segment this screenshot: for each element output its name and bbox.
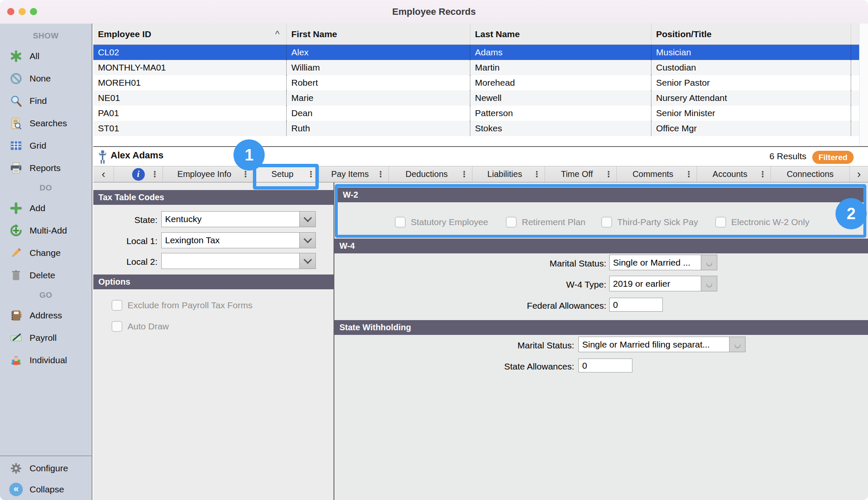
tab-menu-icon[interactable]: ⋮ [151,166,159,182]
chevron-left-icon: ‹ [102,168,106,181]
w4-type-label: W-4 Type: [467,280,606,290]
state-combobox[interactable]: Kentucky [161,211,316,227]
chevron-down-icon [304,255,312,264]
circular-plus-icon [8,223,24,238]
record-header-bar: Alex Adams 6 Results Filtered [93,146,868,166]
tab-time-off[interactable]: Time Off ⋮ [545,166,616,182]
combo-dropdown-button[interactable] [299,233,315,248]
section-header-state-withholding: State Withholding [334,320,868,335]
exclude-payroll-tax-forms-checkbox-row: Exclude from Payroll Tax Forms [111,300,252,311]
checkbox[interactable] [111,321,122,332]
tab-menu-icon[interactable]: ⋮ [605,166,613,182]
tab-employee-info[interactable]: Employee Info ⋮ [163,166,253,182]
checkbox[interactable] [111,300,122,311]
sidebar-item-searches[interactable]: Searches [0,112,92,134]
state-label: State: [93,215,157,225]
tab-menu-icon[interactable]: ⋮ [533,166,541,182]
sidebar-item-address[interactable]: Address [0,304,92,326]
state-marital-status-label: Marital Status: [435,340,574,351]
local1-label: Local 1: [93,236,157,246]
tabs-scroll-left-button[interactable]: ‹ [93,166,114,182]
column-header-employee-id[interactable]: Employee ID ^ [93,24,286,44]
tab-menu-icon[interactable]: ⋮ [377,166,385,182]
state-allowances-input[interactable]: 0 [578,359,632,372]
tab-accounts[interactable]: Accounts ⋮ [697,166,770,182]
table-header-row: Employee ID ^ First Name Last Name Posit… [93,24,868,45]
tab-deductions[interactable]: Deductions ⋮ [388,166,472,182]
table-row[interactable]: MONTHLY-MA01 William Martin Custodian [93,60,868,75]
sidebar-item-multi-add[interactable]: Multi-Add [0,219,92,242]
auto-draw-checkbox-row: Auto Draw [111,321,169,332]
table-row[interactable]: MOREH01 Robert Morehead Senior Pastor [93,75,868,90]
sort-ascending-icon[interactable]: ^ [275,24,279,44]
sidebar: SHOW All None Find [0,24,92,500]
table-row[interactable]: ST01 Ruth Stokes Office Mgr [93,121,868,136]
sidebar-item-add[interactable]: Add [0,197,92,219]
sidebar-item-change[interactable]: Change [0,242,92,264]
sidebar-item-collapse[interactable]: « Collapse [0,479,92,500]
sidebar-item-label: Individual [30,355,67,365]
address-book-icon [8,308,24,323]
w4-type-combobox[interactable]: 2019 or earlier [609,276,717,291]
combo-dropdown-button[interactable] [299,253,315,269]
sidebar-item-payroll[interactable]: Payroll [0,326,92,349]
local2-combobox[interactable] [161,253,316,269]
combo-dropdown-button[interactable] [729,337,745,352]
tab-comments[interactable]: Comments ⋮ [616,166,697,182]
info-icon: i [132,168,145,181]
table-row[interactable]: PA01 Dean Patterson Senior Minister [93,106,868,121]
state-marital-status-combobox[interactable]: Single or Married filing separat... [578,337,746,352]
sidebar-item-label: Payroll [30,333,57,343]
sidebar-item-label: Delete [30,270,55,280]
sidebar-item-delete[interactable]: Delete [0,264,92,286]
local2-label: Local 2: [93,257,157,267]
sidebar-item-configure[interactable]: Configure [0,458,92,479]
saved-searches-icon [8,116,24,131]
chevron-down-icon [705,280,713,289]
tab-info[interactable]: i ⋮ [114,166,163,182]
tab-pay-items[interactable]: Pay Items ⋮ [319,166,388,182]
column-header-last-name[interactable]: Last Name [470,24,651,44]
record-name: Alex Adams [111,150,163,161]
callout-circle-1: 1 [233,139,265,171]
chevron-right-icon: › [857,168,861,181]
column-header-position[interactable]: Position/Title [651,24,851,44]
tab-menu-icon[interactable]: ⋮ [759,166,767,182]
combo-dropdown-button[interactable] [701,276,717,291]
grid-icon [8,138,24,153]
w4-marital-status-combobox[interactable]: Single or Married ... [609,255,717,270]
chevron-down-icon [733,341,742,350]
table-row[interactable]: NE01 Marie Newell Nursery Attendant [93,90,868,106]
tab-menu-icon[interactable]: ⋮ [685,166,693,182]
sidebar-item-individual[interactable]: Individual [0,349,92,371]
combo-dropdown-button[interactable] [701,255,717,270]
sidebar-item-label: Reports [30,163,61,173]
chevron-down-icon [705,259,713,268]
sidebar-item-label: Collapse [30,484,64,495]
tab-liabilities[interactable]: Liabilities ⋮ [472,166,545,182]
column-header-first-name[interactable]: First Name [286,24,470,44]
tab-menu-icon[interactable]: ⋮ [460,166,468,182]
sidebar-item-none[interactable]: None [0,67,92,90]
combo-dropdown-button[interactable] [299,212,315,227]
sidebar-item-find[interactable]: Find [0,90,92,112]
tabs-scroll-right-button[interactable]: › [849,166,868,182]
window-title: Employee Records [0,0,868,24]
tab-connections[interactable]: Connections [770,166,849,182]
sidebar-item-reports[interactable]: Reports [0,157,92,179]
filtered-badge[interactable]: Filtered [812,151,854,164]
collapse-icon: « [8,482,24,497]
setup-left-pane [93,182,334,500]
federal-allowances-input[interactable]: 0 [609,298,663,312]
sidebar-item-label: Grid [30,141,46,151]
table-scrollbar-track[interactable] [859,24,868,146]
section-header-options: Options [93,274,334,289]
sidebar-item-label: Searches [30,118,67,128]
sidebar-item-grid[interactable]: Grid [0,134,92,157]
local1-combobox[interactable]: Lexington Tax [161,232,316,248]
title-bar: Employee Records [0,0,868,24]
sidebar-item-all[interactable]: All [0,45,92,67]
chevron-down-icon [304,235,312,243]
table-row[interactable]: CL02 Alex Adams Musician [93,45,868,60]
sidebar-item-label: Multi-Add [30,226,67,236]
